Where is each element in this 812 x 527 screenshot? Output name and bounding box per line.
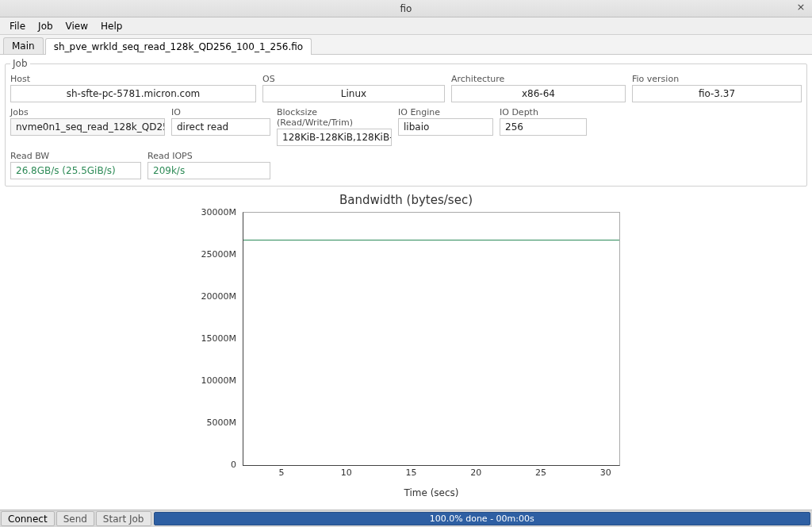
chart-xtick: 5 [279,467,285,478]
job-group: Job Host sh-sfte-pc-5781.micron.com OS L… [5,58,807,187]
chart-xtick: 10 [341,467,352,478]
value-host: sh-sfte-pc-5781.micron.com [10,85,256,102]
chart-xtick: 20 [470,467,481,478]
send-button: Send [56,511,94,526]
menu-view[interactable]: View [59,19,94,33]
value-os: Linux [262,85,445,102]
value-io: direct read [171,118,270,136]
value-arch: x86-64 [451,85,626,102]
chart-xtick: 25 [535,467,546,478]
tab-strip: Main sh_pve_wrkld_seq_read_128k_QD256_10… [0,35,812,54]
value-io-depth: 256 [500,118,587,136]
label-io-engine: IO Engine [398,107,493,117]
value-io-engine: libaio [398,118,493,136]
label-read-iops: Read IOPS [147,151,270,161]
chart-xaxis-label: Time (secs) [192,487,620,498]
value-blocksize: 128KiB-128KiB,128KiB-128 [277,129,392,146]
job-legend: Job [10,58,30,69]
label-host: Host [10,74,256,84]
label-io-depth: IO Depth [500,107,587,117]
chart-ytick: 25000M [201,249,236,260]
chart-ytick: 15000M [201,333,236,344]
menu-job[interactable]: Job [32,19,59,33]
chart-ytick: 30000M [201,207,236,217]
status-bar: Connect Send Start Job 100.0% done - 00m… [0,510,812,527]
start-job-button: Start Job [96,511,151,526]
label-blocksize: Blocksize (Read/Write/Trim) [277,107,392,128]
chart-series-line [243,240,619,240]
tab-jobfile[interactable]: sh_pve_wrkld_seq_read_128k_QD256_100_1_2… [45,38,312,55]
progress-bar: 100.0% done - 00m:00s [154,512,811,525]
chart-xtick: 30 [600,467,611,478]
combo-jobs[interactable]: nvme0n1_seq_read_128k_QD256 ▼ [10,118,165,136]
value-read-bw: 26.8GB/s (25.5GiB/s) [10,162,141,179]
tab-main[interactable]: Main [3,37,44,54]
bandwidth-chart: Bandwidth (bytes/sec) 05000M10000M15000M… [192,193,620,498]
menu-bar: File Job View Help [0,17,812,35]
label-jobs: Jobs [10,107,165,117]
label-os: OS [262,74,445,84]
label-fio-version: Fio version [632,74,802,84]
window-titlebar: fio × [0,0,812,17]
chart-xtick: 15 [405,467,416,478]
chart-ytick: 10000M [201,375,236,386]
chart-title: Bandwidth (bytes/sec) [192,193,620,207]
window-title: fio [400,3,412,14]
progress-text: 100.0% done - 00m:00s [155,513,810,525]
chart-ytick: 20000M [201,291,236,302]
label-arch: Architecture [451,74,626,84]
content-area: Job Host sh-sfte-pc-5781.micron.com OS L… [0,54,812,510]
menu-file[interactable]: File [3,19,32,33]
value-fio-version: fio-3.37 [632,85,802,102]
close-icon[interactable]: × [795,2,807,14]
chart-ytick: 5000M [207,417,237,428]
chart-ytick: 0 [231,460,236,470]
label-io: IO [171,107,270,117]
label-read-bw: Read BW [10,151,141,161]
menu-help[interactable]: Help [94,19,128,33]
combo-jobs-value: nvme0n1_seq_read_128k_QD256 [16,121,165,133]
connect-button[interactable]: Connect [1,511,55,526]
value-read-iops: 209k/s [147,162,270,179]
